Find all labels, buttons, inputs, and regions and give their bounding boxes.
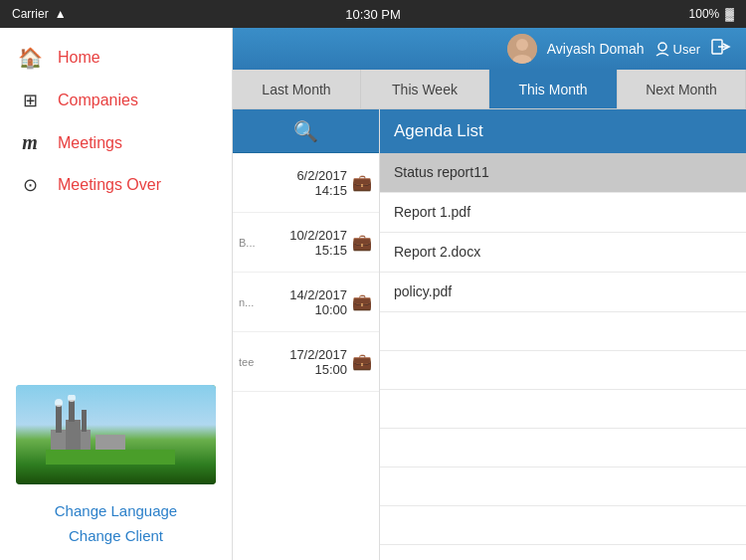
timeline-date-0: 6/2/2017	[296, 168, 347, 183]
timeline-date-block-2: 14/2/2017 10:00	[267, 287, 351, 317]
tab-this-week[interactable]: This Week	[361, 70, 489, 108]
timeline-item-1[interactable]: B... 10/2/2017 15:15 💼	[233, 213, 379, 273]
sidebar-item-meetings[interactable]: m Meetings	[0, 121, 232, 164]
search-icon: 🔍	[293, 119, 318, 143]
exit-icon	[710, 36, 732, 58]
wifi-icon: ▲	[55, 7, 67, 21]
change-language-link[interactable]: Change Language	[55, 502, 177, 519]
tab-this-month-label: This Month	[518, 82, 587, 97]
sidebar-label-home: Home	[58, 49, 100, 67]
agenda-item-empty-5	[380, 506, 746, 545]
svg-point-10	[516, 39, 528, 51]
timeline-time-2: 10:00	[314, 302, 347, 317]
user-name: Aviyash Domah	[547, 41, 645, 57]
agenda-panel: Agenda List Status report11 Report 1.pdf…	[380, 109, 746, 560]
avatar	[507, 34, 537, 64]
briefcase-icon-2: 💼	[351, 292, 373, 311]
timeline-date-1: 10/2/2017	[289, 228, 347, 243]
sidebar-image	[16, 385, 216, 484]
home-icon: 🏠	[16, 46, 44, 70]
briefcase-icon-3: 💼	[351, 352, 373, 371]
agenda-title: Agenda List	[394, 121, 483, 141]
sidebar-label-meetings: Meetings	[58, 134, 122, 152]
timeline-item-3[interactable]: tee 17/2/2017 15:00 💼	[233, 332, 379, 392]
change-client-link[interactable]: Change Client	[69, 527, 163, 544]
tabs-bar: Last Month This Week This Month Next Mon…	[233, 70, 746, 109]
time-display: 10:30 PM	[345, 7, 401, 22]
agenda-item-empty-3	[380, 429, 746, 467]
agenda-item-2-text: policy.pdf	[394, 283, 452, 299]
sidebar-label-companies: Companies	[58, 92, 138, 109]
svg-point-12	[658, 43, 666, 51]
timeline-date-3: 17/2/2017	[289, 347, 347, 362]
tab-last-month-label: Last Month	[262, 82, 330, 97]
briefcase-icon-1: 💼	[351, 233, 373, 252]
timeline-date-block-0: 6/2/2017 14:15	[267, 168, 351, 198]
svg-point-6	[55, 399, 63, 407]
timeline-date-block-1: 10/2/2017 15:15	[267, 228, 351, 258]
agenda-item-1[interactable]: Report 2.docx	[380, 233, 746, 273]
user-icon	[654, 41, 670, 57]
agenda-item-status-text: Status report11	[394, 164, 489, 180]
agenda-item-empty-4	[380, 467, 746, 506]
svg-rect-4	[69, 400, 75, 422]
agenda-item-status[interactable]: Status report11	[380, 153, 746, 193]
tab-next-month[interactable]: Next Month	[618, 70, 746, 108]
tab-last-month[interactable]: Last Month	[233, 70, 361, 108]
agenda-item-empty-2	[380, 390, 746, 429]
sidebar-image-inner	[16, 385, 216, 484]
timeline-label-3: tee	[239, 356, 267, 368]
timeline-time-1: 15:15	[314, 243, 347, 258]
timeline-time-3: 15:00	[314, 362, 347, 377]
header-bar: Aviyash Domah User	[233, 28, 746, 70]
sidebar-item-meetings-over[interactable]: ⊙ Meetings Over	[0, 164, 232, 206]
agenda-item-empty-6	[380, 545, 746, 560]
battery-icon: ▓	[725, 7, 734, 21]
timeline-label-2: n...	[239, 296, 267, 308]
agenda-list: Status report11 Report 1.pdf Report 2.do…	[380, 153, 746, 560]
briefcase-icon-0: 💼	[351, 173, 373, 192]
agenda-item-0-text: Report 1.pdf	[394, 204, 470, 220]
status-bar-left: Carrier ▲	[12, 7, 67, 21]
tab-this-week-label: This Week	[392, 82, 458, 97]
timeline-label-1: B...	[239, 237, 267, 249]
logout-icon[interactable]	[710, 36, 732, 63]
timeline-date-block-3: 17/2/2017 15:00	[267, 347, 351, 377]
avatar-image	[507, 34, 537, 64]
timeline-item-2[interactable]: n... 14/2/2017 10:00 💼	[233, 273, 379, 332]
tab-next-month-label: Next Month	[646, 82, 717, 97]
meetings-icon: m	[16, 131, 44, 154]
status-bar: Carrier ▲ 10:30 PM 100% ▓	[0, 0, 746, 28]
sidebar-label-meetings-over: Meetings Over	[58, 176, 161, 194]
timeline-item-0[interactable]: 6/2/2017 14:15 💼	[233, 153, 379, 213]
tab-this-month[interactable]: This Month	[489, 70, 618, 108]
timeline-date-2: 14/2/2017	[289, 287, 347, 302]
battery-label: 100%	[689, 7, 720, 21]
status-bar-right: 100% ▓	[689, 7, 734, 21]
sidebar: 🏠 Home ⊞ Companies m Meetings ⊙ Meetings…	[0, 28, 233, 560]
meetings-over-icon: ⊙	[16, 174, 44, 196]
agenda-header: Agenda List	[380, 109, 746, 153]
factory-illustration	[46, 395, 175, 465]
agenda-item-2[interactable]: policy.pdf	[380, 273, 746, 312]
svg-rect-8	[46, 450, 175, 465]
agenda-item-empty-1	[380, 351, 746, 390]
content-area: 🔍 6/2/2017 14:15 💼 B... 10/2/2017 15:15 …	[233, 109, 746, 560]
timeline-panel: 🔍 6/2/2017 14:15 💼 B... 10/2/2017 15:15 …	[233, 109, 380, 560]
sidebar-item-companies[interactable]: ⊞ Companies	[0, 80, 232, 121]
timeline-time-0: 14:15	[314, 183, 347, 198]
agenda-item-0[interactable]: Report 1.pdf	[380, 193, 746, 233]
carrier-label: Carrier	[12, 7, 49, 21]
user-role-icon: User	[654, 41, 700, 57]
user-role-label: User	[673, 42, 700, 57]
agenda-item-empty-0	[380, 312, 746, 351]
sidebar-nav: 🏠 Home ⊞ Companies m Meetings ⊙ Meetings…	[0, 28, 232, 375]
svg-rect-5	[82, 410, 87, 432]
sidebar-item-home[interactable]: 🏠 Home	[0, 36, 232, 80]
sidebar-links: Change Language Change Client	[0, 494, 232, 560]
companies-icon: ⊞	[16, 90, 44, 111]
agenda-item-1-text: Report 2.docx	[394, 244, 480, 260]
timeline-search[interactable]: 🔍	[233, 109, 379, 153]
svg-rect-3	[56, 405, 62, 433]
